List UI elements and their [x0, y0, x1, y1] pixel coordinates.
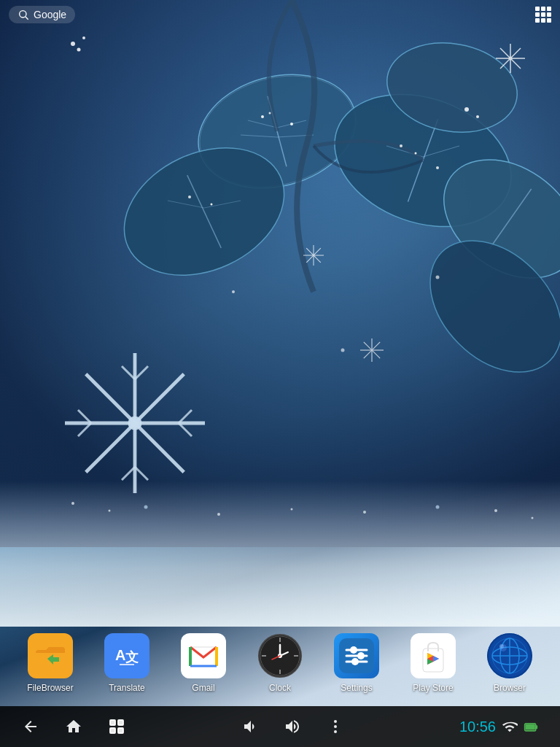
browser-label: Browser — [494, 683, 526, 693]
svg-point-118 — [334, 730, 337, 733]
svg-rect-121 — [526, 724, 535, 730]
app-item-gmail[interactable]: Gmail — [173, 633, 235, 693]
filebrowser-icon — [28, 633, 73, 678]
app-item-filebrowser[interactable]: FileBrowser — [20, 633, 82, 693]
svg-rect-112 — [110, 720, 115, 725]
svg-point-96 — [357, 652, 365, 659]
recents-button[interactable] — [108, 718, 125, 735]
svg-rect-120 — [536, 725, 538, 729]
svg-rect-115 — [118, 728, 123, 733]
google-search-bar[interactable]: Google — [9, 6, 75, 23]
home-button[interactable] — [65, 718, 82, 735]
search-icon — [18, 9, 29, 20]
settings-label: Settings — [341, 683, 372, 693]
svg-point-72 — [20, 11, 26, 18]
svg-text:文: 文 — [125, 650, 139, 665]
clock-icon — [257, 633, 303, 678]
app-dock: FileBrowser A 文 Translate — [0, 623, 560, 703]
playstore-label: Play Store — [413, 683, 453, 693]
svg-rect-114 — [110, 728, 115, 733]
nav-bar: 10:56 — [0, 706, 560, 747]
wifi-icon — [502, 719, 518, 735]
google-label: Google — [34, 9, 66, 20]
volume-up-button[interactable] — [284, 718, 301, 735]
svg-line-73 — [26, 17, 28, 20]
back-button[interactable] — [22, 718, 39, 735]
svg-text:A: A — [115, 647, 125, 663]
apps-grid-button[interactable] — [535, 7, 551, 23]
svg-point-117 — [334, 725, 337, 728]
svg-point-95 — [350, 646, 357, 654]
volume-down-button[interactable] — [241, 718, 258, 735]
translate-label: Translate — [109, 683, 145, 693]
nav-volume-controls — [241, 718, 344, 735]
battery-icon — [524, 719, 538, 734]
menu-button[interactable] — [327, 718, 344, 735]
browser-icon — [487, 633, 532, 678]
status-right: 10:56 — [459, 719, 538, 735]
app-item-clock[interactable]: Clock — [249, 633, 311, 693]
gmail-icon — [181, 633, 226, 678]
app-item-settings[interactable]: Settings — [326, 633, 388, 693]
app-item-browser[interactable]: Browser — [479, 633, 541, 693]
nav-system-buttons — [22, 718, 125, 735]
svg-rect-113 — [118, 720, 123, 725]
svg-point-116 — [334, 720, 337, 723]
gmail-label: Gmail — [192, 683, 214, 693]
clock-label: Clock — [269, 683, 291, 693]
svg-point-111 — [499, 644, 504, 649]
playstore-icon — [411, 633, 456, 678]
time-display: 10:56 — [459, 719, 496, 735]
svg-point-97 — [351, 658, 359, 665]
settings-icon — [334, 633, 379, 678]
filebrowser-label: FileBrowser — [27, 683, 73, 693]
top-bar: Google — [0, 0, 560, 29]
translate-icon: A 文 — [104, 633, 149, 678]
app-item-translate[interactable]: A 文 Translate — [96, 633, 158, 693]
app-item-playstore[interactable]: Play Store — [402, 633, 464, 693]
